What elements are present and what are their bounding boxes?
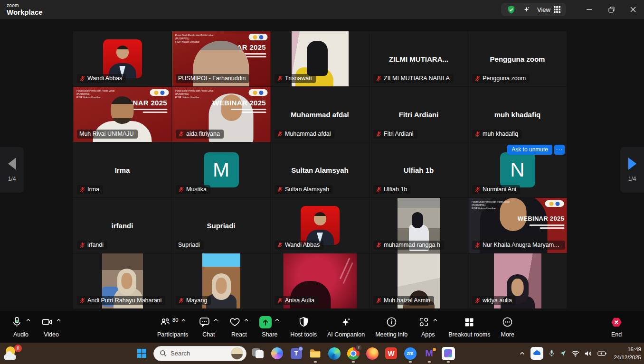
subtitle-bar (241, 112, 266, 113)
ask-to-unmute-button[interactable]: Ask to unmute (507, 145, 552, 155)
close-button[interactable] (622, 0, 644, 19)
participant-tile[interactable]: Ulfiah 1bUlfiah 1b (369, 142, 468, 197)
muted-mic-icon (79, 75, 85, 82)
muted-mic-icon (376, 131, 382, 137)
taskbar-photos-icon[interactable] (441, 346, 455, 361)
participant-tile[interactable]: muhammad rangga h (369, 198, 468, 253)
onedrive-icon[interactable] (530, 347, 543, 360)
participant-tile[interactable]: MMustika (172, 142, 270, 197)
search-input[interactable]: Search (153, 346, 246, 361)
webinar-logo-badges (248, 89, 267, 96)
participant-tile[interactable]: widya aulia (468, 253, 567, 308)
participant-name-text: muhammad rangga h (384, 242, 440, 248)
taskbar-edge-icon[interactable] (327, 346, 341, 361)
taskbar-copilot-icon[interactable] (270, 346, 284, 361)
participant-display-name: muh khadafiq (494, 111, 541, 119)
toolbar-participants-button[interactable]: 80Participants (152, 316, 193, 338)
taskbar-teams-icon[interactable]: T (289, 346, 303, 361)
toolbar-share-button[interactable]: Share (254, 316, 285, 338)
participant-tile[interactable]: Andi Putri Rahayu Maharani (73, 253, 171, 308)
chevron-left-icon (8, 158, 16, 170)
toolbar-more-button[interactable]: More (496, 316, 520, 338)
restore-button[interactable] (600, 0, 622, 19)
volume-icon[interactable] (585, 350, 592, 357)
toolbar-chat-button[interactable]: Chat (193, 316, 224, 338)
toolbar-ai-button[interactable]: AI Companion (322, 316, 370, 338)
unmute-more-button[interactable]: ··· (554, 145, 565, 155)
subtitle-bar (540, 227, 564, 229)
running-app-indicator (408, 361, 412, 363)
chevron-up-icon[interactable] (433, 317, 438, 323)
taskbar-chrome-icon[interactable]: f (346, 346, 360, 361)
toolbar-info-button[interactable]: Meeting info (370, 316, 413, 338)
participant-tile[interactable]: Trisnawati (271, 31, 369, 86)
participant-tile[interactable]: Pusat Studi Pemilu dan Politik Lokal(PUS… (468, 198, 567, 253)
participant-tile[interactable]: Wandi Abbas (271, 198, 369, 253)
view-grid-icon (554, 6, 560, 13)
muted-mic-icon (474, 75, 481, 82)
next-page-button[interactable]: 1/4 (620, 147, 644, 193)
toolbar-button-label: Breakout rooms (448, 331, 490, 338)
minimize-button[interactable] (578, 0, 600, 19)
taskbar-start-icon[interactable] (134, 346, 149, 361)
participant-tile[interactable]: ZILMI MUTIARA...ZILMI MUTIARA NABILA (369, 31, 468, 86)
participant-tile[interactable]: NNurmiani AniAsk to unmute··· (468, 142, 567, 197)
participant-display-name: Supriadi (207, 222, 235, 230)
participant-tile[interactable]: Pengguna zoomPengguna zoom (468, 31, 567, 86)
participant-tile[interactable]: SupriadiSupriadi (172, 198, 270, 253)
taskbar-task-view-icon[interactable] (251, 346, 265, 361)
participant-tile[interactable]: Fitri ArdianiFitri Ardiani (369, 87, 468, 142)
previous-page-button[interactable]: 1/4 (0, 147, 24, 193)
participant-tile[interactable]: Sultan AlamsyahSultan Alamsyah (271, 142, 369, 197)
muted-mic-icon (474, 298, 481, 304)
chevron-up-icon[interactable] (275, 317, 280, 323)
tray-location-icon[interactable] (560, 350, 566, 356)
participant-tile[interactable]: Pusat Studi Pemilu dan Politik Lokal(PUS… (172, 31, 270, 86)
participant-tile[interactable]: Pusat Studi Pemilu dan Politik Lokal(PUS… (73, 87, 171, 142)
participant-tile[interactable]: irfandiirfandi (73, 198, 171, 253)
participant-label: PUSMIPOL- Farhanuddin (176, 74, 249, 83)
ai-companion-sparkle-icon[interactable] (522, 6, 530, 14)
tray-chevron-up-icon[interactable] (519, 350, 525, 356)
toolbar-end-button[interactable]: End (605, 316, 628, 338)
chevron-up-icon[interactable] (26, 317, 31, 323)
chevron-up-icon[interactable] (244, 317, 249, 323)
participant-label: Andi Putri Rahayu Maharani (77, 296, 165, 305)
participant-name-text: Pengguna zoom (483, 75, 526, 82)
participant-tile[interactable]: muh khadafiqmuh khadafiq (468, 87, 567, 142)
battery-icon[interactable] (597, 351, 606, 356)
toolbar-breakout-button[interactable]: Breakout rooms (443, 316, 495, 338)
chevron-up-icon[interactable] (181, 317, 186, 323)
toolbar-apps-button[interactable]: Apps (413, 316, 443, 338)
taskbar-clock[interactable]: 16:49 24/12/2025 (614, 345, 641, 361)
toolbar-video-button[interactable]: Video (36, 316, 66, 338)
subtitle-bar (132, 109, 167, 110)
participant-tile[interactable]: Mayang (172, 253, 270, 308)
tray-mic-icon[interactable] (549, 350, 555, 357)
participant-tile[interactable]: IrmaIrma (73, 142, 171, 197)
toolbar-react-button[interactable]: React (224, 316, 254, 338)
participant-tile[interactable]: Muhammad afdalMuhammad afdal (271, 87, 369, 142)
toolbar-host-button[interactable]: Host tools (285, 316, 322, 338)
taskbar-firefox-icon[interactable] (365, 346, 379, 361)
view-button[interactable]: View (537, 6, 560, 13)
webinar-org-line: Pusat Studi Pemilu dan Politik Lokal (472, 200, 510, 204)
taskbar-m-app-icon[interactable]: M (422, 346, 436, 361)
participant-tile[interactable]: Anisa Aulia (271, 253, 369, 308)
chevron-up-icon[interactable] (56, 317, 61, 323)
chevron-up-icon[interactable] (213, 317, 218, 323)
taskbar-zoom-icon[interactable]: zm (403, 346, 417, 361)
participant-tile[interactable]: Pusat Studi Pemilu dan Politik Lokal(PUS… (172, 87, 270, 142)
wifi-icon[interactable] (571, 350, 579, 357)
participant-tile[interactable]: Wandi Abbas (73, 31, 171, 86)
taskbar-wps-office-icon[interactable]: W (384, 346, 398, 361)
weather-widget[interactable]: 8 (4, 345, 23, 362)
toolbar-audio-button[interactable]: Audio (6, 316, 36, 338)
participant-name-text: Sultan Alamsyah (285, 186, 329, 193)
participant-label: Nurmiani Ani (472, 185, 520, 194)
participant-tile[interactable]: Muh.haizal Asmin (369, 253, 468, 308)
toolbar-button-label: Share (262, 331, 277, 338)
security-shield-icon[interactable] (507, 5, 516, 14)
taskbar-file-explorer-icon[interactable] (308, 346, 322, 361)
toolbar-button-label: Audio (13, 331, 28, 338)
